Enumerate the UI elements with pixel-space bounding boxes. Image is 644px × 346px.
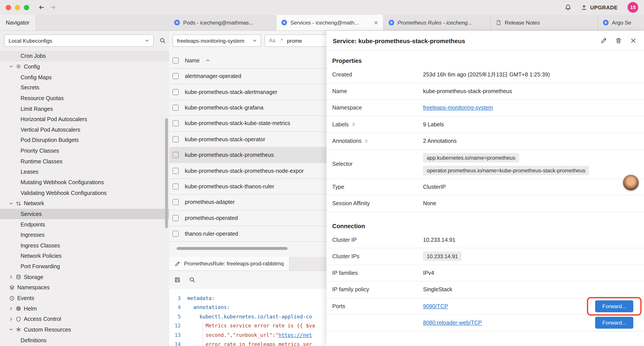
editor-tab-prometheusrule[interactable]: PrometheusRule: freeleaps-prod-rabbitmq <box>169 257 290 271</box>
sidebar-item-horizontal-pod-autoscalers[interactable]: Horizontal Pod Autoscalers <box>0 114 169 125</box>
service-row[interactable]: prometheus-adapter <box>169 194 326 210</box>
sidebar-item-access-control[interactable]: Access Control <box>0 314 169 324</box>
sidebar-search-icon[interactable] <box>159 37 166 44</box>
name-column-header[interactable]: Name <box>185 57 200 63</box>
forward-button[interactable] <box>50 4 56 11</box>
service-row[interactable]: thanos-ruler-operated <box>169 226 326 242</box>
sidebar-item-mutating-webhook-configurations[interactable]: Mutating Webhook Configurations <box>0 177 169 188</box>
sidebar-item-limit-ranges[interactable]: Limit Ranges <box>0 104 169 114</box>
service-row[interactable]: kube-prometheus-stack-prometheus-node-ex… <box>169 163 326 179</box>
property-label: Session Affinity <box>332 200 370 207</box>
sidebar-scrollbar[interactable] <box>165 118 168 228</box>
sort-toggle-icon[interactable] <box>352 122 356 127</box>
sidebar-item-runtime-classes[interactable]: Runtime Classes <box>0 156 169 167</box>
sidebar-item-cron-jobs[interactable]: Cron Jobs <box>0 51 169 61</box>
delete-button[interactable] <box>615 37 622 44</box>
service-row[interactable]: kube-prometheus-stack-operator <box>169 132 326 147</box>
select-all-checkbox[interactable] <box>172 57 179 63</box>
forward-button[interactable]: Forward... <box>595 317 633 329</box>
sidebar-item-config-maps[interactable]: Config Maps <box>0 72 169 82</box>
service-row[interactable]: kube-prometheus-stack-alertmanager <box>169 84 326 100</box>
regex-toggle[interactable]: .* <box>280 38 283 43</box>
tab-argo-se[interactable]: Argo Se <box>598 15 644 30</box>
sidebar-item-resource-quotas[interactable]: Resource Quotas <box>0 93 169 104</box>
sidebar-item-priority-classes[interactable]: Priority Classes <box>0 146 169 156</box>
service-row[interactable]: kube-prometheus-stack-kube-state-metrics <box>169 116 326 132</box>
kubeconfig-selector[interactable]: Local Kubeconfigs <box>4 34 154 47</box>
service-row[interactable]: alertmanager-operated <box>169 68 326 84</box>
property-row-created: Created253d 16h 6m ago (2025年1月13日 GMT+8… <box>326 66 644 83</box>
service-row[interactable]: kube-prometheus-stack-prometheus <box>169 147 326 163</box>
sidebar-item-port-forwarding[interactable]: Port Forwarding <box>0 261 169 272</box>
save-icon[interactable] <box>174 277 180 283</box>
sidebar-item-events[interactable]: Events <box>0 293 169 303</box>
service-row[interactable]: kube-prometheus-stack-grafana <box>169 100 326 116</box>
row-checkbox[interactable] <box>172 89 179 95</box>
edit-button[interactable] <box>600 37 607 44</box>
sidebar-item-secrets[interactable]: Secrets <box>0 82 169 93</box>
namespace-filter-dropdown[interactable]: freeleaps-monitoring-system <box>172 34 261 47</box>
sidebar-item-ingresses[interactable]: Ingresses <box>0 230 169 240</box>
sidebar-item-helm[interactable]: Helm <box>0 303 169 314</box>
sidebar-item-ingress-classes[interactable]: Ingress Classes <box>0 240 169 251</box>
minimize-window-button[interactable] <box>15 5 20 10</box>
back-button[interactable] <box>38 4 45 11</box>
user-avatar[interactable] <box>623 175 638 190</box>
row-checkbox[interactable] <box>172 231 179 237</box>
sort-ascending-icon[interactable] <box>206 58 210 62</box>
chevron-right-icon[interactable] <box>9 307 13 311</box>
sidebar-item-storage[interactable]: Storage <box>0 272 169 282</box>
navigator-pane-tab[interactable]: Navigator <box>0 15 36 30</box>
sidebar-item-namespaces[interactable]: Namespaces <box>0 282 169 293</box>
service-row[interactable]: kube-prometheus-stack-thanos-ruler <box>169 179 326 194</box>
sidebar-item-network-policies[interactable]: Network Policies <box>0 251 169 261</box>
row-checkbox[interactable] <box>172 215 179 221</box>
upgrade-button[interactable]: UPGRADE <box>581 4 618 10</box>
sidebar-item-network[interactable]: Network <box>0 198 169 209</box>
sidebar-item-vertical-pod-autoscalers[interactable]: Vertical Pod Autoscalers <box>0 125 169 135</box>
tab-services[interactable]: Services - icecheng@math... <box>276 15 384 30</box>
chevron-right-icon[interactable] <box>9 317 13 321</box>
row-checkbox[interactable] <box>172 152 179 158</box>
search-input[interactable] <box>287 37 320 43</box>
close-button[interactable] <box>630 37 636 44</box>
chevron-down-icon[interactable] <box>9 328 13 332</box>
port-link[interactable]: 9090/TCP <box>423 303 448 309</box>
namespace-link[interactable]: freeleaps-monitoring-system <box>423 105 493 111</box>
tab-prometheus-rules[interactable]: Prometheus Rules - icecheng... <box>384 15 491 30</box>
maximize-window-button[interactable] <box>24 5 29 10</box>
sidebar-item-leases[interactable]: Leases <box>0 167 169 177</box>
sidebar-item-services[interactable]: Services <box>0 209 169 219</box>
row-checkbox[interactable] <box>172 136 179 142</box>
port-link[interactable]: 8080:reloader-web/TCP <box>423 320 482 326</box>
row-checkbox[interactable] <box>172 120 179 127</box>
notification-badge[interactable]: 15 <box>628 2 638 13</box>
chevron-right-icon[interactable] <box>9 275 13 279</box>
editor-search-icon[interactable] <box>189 277 196 283</box>
forward-button[interactable]: Forward... <box>595 300 633 312</box>
close-window-button[interactable] <box>6 5 11 10</box>
sidebar-item-validating-webhook-configurations[interactable]: Validating Webhook Configurations <box>0 188 169 198</box>
horizontal-scrollbar[interactable] <box>177 247 288 250</box>
sidebar-item-definitions[interactable]: Definitions <box>0 335 169 346</box>
tab-close-icon[interactable] <box>374 20 378 25</box>
row-checkbox[interactable] <box>172 168 179 174</box>
row-checkbox[interactable] <box>172 105 179 111</box>
tab-release-notes[interactable]: Release Notes <box>491 15 598 30</box>
sidebar-item-custom-resources[interactable]: Custom Resources <box>0 324 169 335</box>
match-case-toggle[interactable]: Aa <box>269 38 275 43</box>
chevron-down-icon[interactable] <box>9 65 13 69</box>
sidebar-item-label: Horizontal Pod Autoscalers <box>20 116 87 122</box>
sidebar-item-endpoints[interactable]: Endpoints <box>0 219 169 230</box>
sidebar-item-config[interactable]: Config <box>0 61 169 72</box>
sidebar-item-pod-disruption-budgets[interactable]: Pod Disruption Budgets <box>0 135 169 146</box>
sort-toggle-icon[interactable] <box>364 139 369 143</box>
tab-pods[interactable]: Pods - icecheng@mathmas... <box>169 15 276 30</box>
notifications-bell-icon[interactable] <box>565 4 571 11</box>
row-checkbox[interactable] <box>172 199 179 205</box>
chevron-down-icon[interactable] <box>9 201 13 206</box>
service-row[interactable]: prometheus-operated <box>169 210 326 226</box>
row-checkbox[interactable] <box>172 183 179 189</box>
row-checkbox[interactable] <box>172 73 179 79</box>
yaml-editor[interactable]: 3metadata:4 annotations:5 kubectl.kubern… <box>169 289 326 346</box>
